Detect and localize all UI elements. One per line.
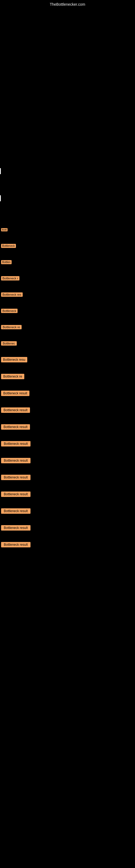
list-item[interactable]: Bottleneck result bbox=[0, 456, 135, 465]
list-item[interactable]: Bottleneck result bbox=[0, 389, 135, 398]
site-title: TheBottlenecker.com bbox=[50, 2, 85, 6]
bottleneck-badge: Bottleneck result bbox=[1, 441, 31, 446]
list-item[interactable]: Bottlenec bbox=[0, 339, 135, 347]
list-item[interactable]: Bottl bbox=[0, 225, 135, 233]
bottleneck-badge: Bottleneck result bbox=[1, 458, 31, 463]
list-item[interactable]: Bottleneck result bbox=[0, 490, 135, 499]
bottleneck-badge: Bottleneck r bbox=[1, 276, 19, 280]
list-item[interactable]: Bottleneck result bbox=[0, 406, 135, 414]
list-item[interactable]: Bottleneck resu bbox=[0, 355, 135, 364]
bottleneck-badge: Bottleneck result bbox=[1, 475, 31, 480]
list-item[interactable]: Bottleneck result bbox=[0, 507, 135, 516]
list-item[interactable]: Bottleneck res bbox=[0, 290, 135, 299]
list-item[interactable]: Bottleneck result bbox=[0, 423, 135, 431]
bottleneck-badge: Bottleneck result bbox=[1, 424, 30, 430]
bottleneck-items-container: Bottl Bottleneck Bottlen Bottleneck r Bo… bbox=[0, 225, 135, 549]
bottleneck-badge: Bottleneck resu bbox=[1, 357, 27, 362]
list-item[interactable]: Bottleneck result bbox=[0, 439, 135, 448]
list-item[interactable]: Bottleneck r bbox=[0, 274, 135, 282]
list-item[interactable]: Bottleneck re bbox=[0, 323, 135, 331]
bottleneck-badge: Bottleneck re bbox=[1, 374, 24, 379]
cursor-line-2 bbox=[0, 195, 1, 201]
bottleneck-badge: Bottleneck result bbox=[1, 542, 31, 547]
cursor-line-1 bbox=[0, 168, 1, 174]
main-content: TheBottlenecker.com Bottl Bottleneck Bot… bbox=[0, 0, 135, 217]
bottleneck-badge: Bottleneck result bbox=[1, 407, 30, 413]
bottleneck-badge: Bottleneck result bbox=[1, 508, 31, 514]
bottleneck-badge: Bottleneck res bbox=[1, 292, 23, 297]
bottleneck-badge: Bottleneck result bbox=[1, 525, 31, 531]
bottleneck-badge: Bottl bbox=[1, 228, 8, 231]
bottleneck-badge: Bottleneck re bbox=[1, 325, 21, 329]
list-item[interactable]: Bottlen bbox=[0, 258, 135, 266]
list-item[interactable]: Bottleneck bbox=[0, 241, 135, 250]
bottleneck-badge: Bottlen bbox=[1, 260, 12, 264]
list-item[interactable]: Bottleneck result bbox=[0, 524, 135, 532]
bottleneck-badge: Bottleneck result bbox=[1, 492, 31, 497]
bottleneck-badge: Bottleneck bbox=[1, 244, 16, 248]
bottleneck-badge: Bottleneck result bbox=[1, 391, 30, 396]
bottleneck-badge: Bottleneck bbox=[1, 309, 17, 313]
list-item[interactable]: Bottleneck bbox=[0, 307, 135, 315]
bottleneck-badge: Bottlenec bbox=[1, 341, 17, 346]
list-item[interactable]: Bottleneck result bbox=[0, 473, 135, 482]
list-item[interactable]: Bottleneck result bbox=[0, 540, 135, 549]
list-item[interactable]: Bottleneck re bbox=[0, 372, 135, 381]
